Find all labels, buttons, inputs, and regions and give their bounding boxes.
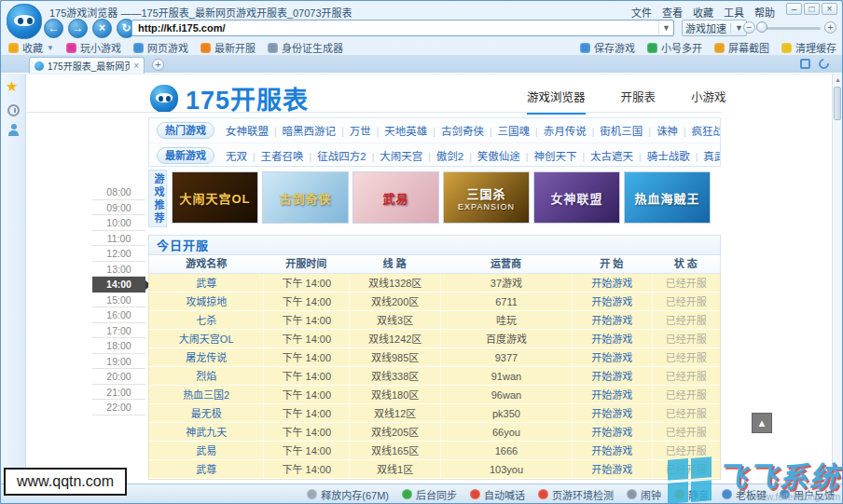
favorites-panel-icon[interactable]: ★ bbox=[6, 78, 18, 95]
banner-古剑奇侠[interactable]: 古剑奇侠 bbox=[262, 171, 349, 224]
slider-plus-button[interactable]: + bbox=[824, 21, 836, 34]
maximize-button[interactable]: □ bbox=[804, 3, 820, 15]
game-link[interactable]: 赤月传说 bbox=[544, 126, 587, 137]
timeline-08:00[interactable]: 08:00 bbox=[92, 184, 145, 200]
game-link[interactable]: 暗黑西游记 bbox=[283, 126, 337, 137]
reload-page-icon[interactable] bbox=[817, 57, 831, 71]
cell-name[interactable]: 攻城掠地 bbox=[149, 293, 263, 310]
cell-start[interactable]: 开始游戏 bbox=[572, 330, 652, 347]
slider-track[interactable] bbox=[759, 27, 821, 30]
timeline-22:00[interactable]: 22:00 bbox=[92, 400, 145, 415]
cell-start[interactable]: 开始游戏 bbox=[572, 386, 652, 403]
status-item-闹钟[interactable]: 闹钟 bbox=[627, 487, 661, 502]
banner-三国杀[interactable]: 三国杀EXPANSION bbox=[443, 171, 530, 224]
cell-start[interactable]: 开始游戏 bbox=[572, 293, 652, 310]
game-link[interactable]: 神创天下 bbox=[533, 151, 576, 162]
game-link[interactable]: 无双 bbox=[226, 151, 247, 162]
timeline-09:00[interactable]: 09:00 bbox=[92, 200, 145, 216]
slider-knob[interactable] bbox=[756, 21, 767, 33]
game-link[interactable]: 王者召唤 bbox=[261, 151, 304, 162]
game-link[interactable]: 疯狂战机 bbox=[691, 126, 720, 137]
cell-name[interactable]: 武尊 bbox=[149, 274, 263, 292]
toolbar-item-最新开服[interactable]: 最新开服 bbox=[200, 40, 256, 55]
status-item-后台同步[interactable]: 后台同步 bbox=[402, 487, 457, 502]
address-dropdown-icon[interactable]: ▼ bbox=[658, 20, 673, 35]
timeline-13:00[interactable]: 13:00 bbox=[92, 262, 145, 278]
hot-games-badge[interactable]: 热门游戏 bbox=[157, 122, 214, 139]
status-item-释放内存(67M)[interactable]: 释放内存(67M) bbox=[307, 487, 389, 502]
cell-name[interactable]: 热血三国2 bbox=[149, 386, 263, 403]
game-link[interactable]: 太古遮天 bbox=[590, 151, 633, 162]
cell-start[interactable]: 开始游戏 bbox=[572, 404, 652, 422]
table-row[interactable]: 烈焰下午 14:00双线338区91wan开始游戏已经开服 bbox=[149, 367, 720, 386]
history-panel-icon[interactable] bbox=[7, 104, 20, 116]
timeline-21:00[interactable]: 21:00 bbox=[92, 385, 145, 401]
game-link[interactable]: 傲剑2 bbox=[436, 151, 463, 162]
game-link[interactable]: 征战四方2 bbox=[317, 151, 366, 162]
cell-name[interactable]: 大闹天宫OL bbox=[149, 330, 263, 347]
zoom-slider[interactable]: − + bbox=[743, 20, 836, 35]
toolbar-item-网页游戏[interactable]: 网页游戏 bbox=[133, 40, 188, 55]
cell-start[interactable]: 开始游戏 bbox=[572, 442, 652, 459]
toolbar-item-保存游戏[interactable]: 保存游戏 bbox=[580, 40, 635, 55]
game-link[interactable]: 街机三国 bbox=[600, 126, 643, 137]
timeline-19:00[interactable]: 19:00 bbox=[92, 354, 145, 370]
accelerate-dropdown-icon[interactable]: ▼ bbox=[730, 23, 743, 33]
site-tab-开服表[interactable]: 开服表 bbox=[621, 88, 656, 115]
table-row[interactable]: 神武九天下午 14:00双线205区66you开始游戏已经开服 bbox=[149, 423, 720, 442]
cell-name[interactable]: 武易 bbox=[149, 442, 263, 459]
banner-热血海贼王[interactable]: 热血海贼王 bbox=[624, 171, 711, 224]
close-button[interactable]: × bbox=[822, 3, 837, 15]
game-link[interactable]: 万世 bbox=[350, 126, 371, 137]
cell-name[interactable]: 七杀 bbox=[149, 311, 263, 329]
game-link[interactable]: 诛神 bbox=[656, 126, 678, 137]
new-tab-button[interactable]: + bbox=[152, 59, 164, 71]
toolbar-item-清理缓存[interactable]: 清理缓存 bbox=[781, 40, 836, 55]
game-link[interactable]: 真武封神 bbox=[703, 151, 720, 162]
table-row[interactable]: 攻城掠地下午 14:00双线200区6711开始游戏已经开服 bbox=[149, 293, 720, 311]
game-link[interactable]: 三国魂 bbox=[498, 126, 531, 137]
cell-name[interactable]: 神武九天 bbox=[149, 423, 263, 441]
table-row[interactable]: 屠龙传说下午 14:00双线985区9377开始游戏已经开服 bbox=[149, 348, 720, 367]
address-bar[interactable]: http://kf.i175.com/ ▼ bbox=[131, 20, 674, 36]
game-link[interactable]: 大闹天宫 bbox=[380, 151, 422, 162]
cell-name[interactable]: 武尊 bbox=[149, 460, 263, 478]
banner-武易[interactable]: 武易 bbox=[352, 171, 439, 224]
timeline-16:00[interactable]: 16:00 bbox=[92, 307, 145, 323]
cell-name[interactable]: 屠龙传说 bbox=[149, 348, 263, 366]
cell-name[interactable]: 最无极 bbox=[149, 404, 263, 422]
table-row[interactable]: 武尊下午 14:00双线1328区37游戏开始游戏已经开服 bbox=[149, 274, 720, 293]
toolbar-item-身份证生成器[interactable]: 身份证生成器 bbox=[268, 40, 343, 55]
back-to-top-button[interactable]: ▲ bbox=[752, 413, 772, 433]
url-text[interactable]: http://kf.i175.com/ bbox=[132, 22, 658, 34]
game-link[interactable]: 女神联盟 bbox=[226, 126, 269, 137]
banner-大闹天宫OL[interactable]: 大闹天宫OL bbox=[172, 171, 258, 224]
tab-175-kaifubiao[interactable]: 175开服表_最新网页 × bbox=[29, 57, 145, 74]
cell-start[interactable]: 开始游戏 bbox=[572, 311, 652, 329]
timeline-15:00[interactable]: 15:00 bbox=[92, 293, 145, 308]
cell-start[interactable]: 开始游戏 bbox=[572, 348, 652, 366]
cell-start[interactable]: 开始游戏 bbox=[572, 423, 652, 441]
table-row[interactable]: 大闹天宫OL下午 14:00双线1242区百度游戏开始游戏已经开服 bbox=[149, 330, 720, 348]
timeline-14:00[interactable]: 14:00 bbox=[92, 277, 145, 293]
page-scrollbar[interactable]: ▲ ▼ bbox=[832, 75, 842, 484]
banner-女神联盟[interactable]: 女神联盟 bbox=[533, 171, 620, 224]
table-row[interactable]: 热血三国2下午 14:00双线180区96wan开始游戏已经开服 bbox=[149, 386, 720, 404]
toolbar-item-屏幕截图[interactable]: 屏幕截图 bbox=[714, 40, 769, 55]
timeline-18:00[interactable]: 18:00 bbox=[92, 338, 145, 354]
table-row[interactable]: 武尊下午 14:00双线1区103you开始游戏已经开服 bbox=[149, 460, 720, 479]
status-item-页游环境检测[interactable]: 页游环境检测 bbox=[538, 487, 614, 502]
table-row[interactable]: 武易下午 14:00双线165区1666开始游戏已经开服 bbox=[149, 442, 720, 460]
fullscreen-icon[interactable] bbox=[800, 59, 810, 69]
timeline-17:00[interactable]: 17:00 bbox=[92, 323, 145, 339]
timeline-10:00[interactable]: 10:00 bbox=[92, 215, 145, 231]
stop-button[interactable]: × bbox=[92, 19, 112, 38]
table-row[interactable]: 最无极下午 14:00双线12区pk350开始游戏已经开服 bbox=[149, 404, 720, 423]
timeline-12:00[interactable]: 12:00 bbox=[92, 246, 145, 262]
timeline-11:00[interactable]: 11:00 bbox=[92, 231, 145, 247]
dropdown-arrow-icon[interactable]: ▼ bbox=[47, 44, 54, 52]
game-link[interactable]: 笑傲仙途 bbox=[477, 151, 520, 162]
slider-minus-button[interactable]: − bbox=[743, 21, 755, 34]
scroll-up-icon[interactable]: ▲ bbox=[833, 75, 843, 85]
site-tab-游戏浏览器[interactable]: 游戏浏览器 bbox=[527, 88, 586, 115]
